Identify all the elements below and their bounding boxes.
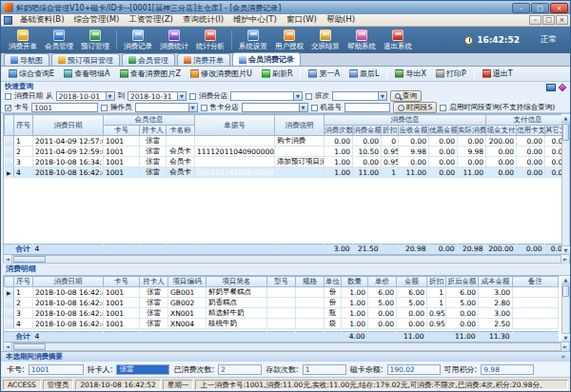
sale-store-combo[interactable]: ▼ [242, 103, 308, 112]
menu-item-window[interactable]: 窗口(W) [282, 14, 322, 26]
edit-photo-button[interactable]: 修改消费图片U [187, 68, 256, 80]
table-cell[interactable]: 奶香糕点 [207, 298, 267, 308]
table-cell[interactable]: 0.00 [545, 147, 561, 157]
row-selector[interactable] [5, 157, 14, 167]
scroll-right-icon[interactable]: ► [561, 343, 569, 351]
store-filter-checkbox[interactable] [189, 93, 196, 100]
mdi-restore-button[interactable]: □ [542, 15, 555, 25]
gem-icon[interactable] [558, 83, 566, 91]
toolbar-button-shift[interactable]: 交班结算 [307, 29, 344, 52]
table-cell[interactable]: 0.00 [399, 136, 429, 147]
refresh-button[interactable]: 刷新R [258, 68, 297, 80]
table-cell[interactable]: 2018-10-08 16:42:47 [33, 298, 104, 308]
table-cell[interactable]: 1.00 [342, 287, 368, 298]
table-cell[interactable]: 5.00 [368, 298, 397, 308]
table-cell[interactable]: 0.00 [368, 308, 397, 319]
menu-item-management[interactable]: 综合管理(M) [69, 14, 124, 26]
toolbar-button-settings[interactable]: 系统设置 [235, 29, 271, 52]
chevron-down-icon[interactable]: ▼ [299, 104, 307, 111]
table-cell[interactable] [513, 287, 559, 298]
table-cell[interactable]: 0.00 [399, 157, 429, 167]
table-cell[interactable] [513, 298, 559, 308]
menu-item-base-data[interactable]: 基础资料(B) [15, 14, 69, 26]
scroll-down-icon[interactable]: ▼ [561, 245, 570, 254]
table-cell[interactable]: 3.00 [479, 287, 513, 298]
table-cell[interactable]: 鲜奶早餐糕点 [207, 287, 267, 298]
chevron-down-icon[interactable]: ▼ [378, 92, 386, 100]
table-cell[interactable]: 0.00 [397, 319, 427, 329]
menu-item-query-stats[interactable]: 查询统计(I) [178, 14, 228, 26]
table-cell[interactable]: 1.00 [325, 167, 353, 178]
table-cell[interactable]: 张雷 [140, 298, 168, 308]
title-bar[interactable]: 鲜奶吧综合管理V10+磁卡/ID卡--[0001[晨神三分店]主仓库] - [会… [1, 1, 570, 14]
table-cell[interactable]: 4 [14, 167, 33, 178]
table-cell[interactable]: 6.00 [368, 287, 397, 298]
table-cell[interactable]: 0.00 [429, 136, 458, 147]
table-cell[interactable]: 5.00 [446, 298, 479, 308]
menu-item-maintenance[interactable]: 维护中心(T) [228, 14, 282, 26]
table-cell[interactable]: 00012018100800000002 [195, 167, 275, 178]
table-cell[interactable]: 会员卡 [167, 157, 195, 167]
table-cell[interactable]: 瓶 [325, 308, 342, 319]
table-cell[interactable] [296, 308, 325, 319]
store-combo[interactable]: ▼ [230, 91, 303, 101]
toolbar-button-authorize[interactable]: 用户授权 [271, 29, 307, 52]
table-cell[interactable]: 1.00 [342, 298, 368, 308]
table-cell[interactable]: 1001 [104, 167, 140, 178]
table-cell[interactable]: 1 [382, 167, 399, 178]
table-cell[interactable]: 11.00 [399, 167, 429, 178]
table-cell[interactable]: 0.00 [397, 308, 427, 319]
table-cell[interactable]: 10.50 [353, 147, 382, 157]
table-cell[interactable] [275, 167, 325, 178]
table-cell[interactable] [267, 298, 296, 308]
machine-filter-checkbox[interactable] [311, 105, 318, 111]
table-cell[interactable]: 1.00 [325, 157, 353, 167]
row-selector[interactable] [5, 308, 14, 319]
table-cell[interactable]: 3.00 [479, 308, 513, 319]
tab-navigation[interactable]: 导航图 [4, 53, 49, 66]
table-cell[interactable]: 张雷 [140, 308, 168, 319]
table-cell[interactable]: 核桃牛奶 [207, 319, 267, 329]
table-cell[interactable]: 0.95 [427, 308, 446, 319]
table-cell[interactable]: 11.00 [353, 167, 382, 178]
table-cell[interactable]: 1001 [104, 319, 140, 329]
table-cell[interactable] [167, 136, 195, 147]
scrollbar-thumb[interactable] [13, 256, 46, 263]
table-cell[interactable]: 11112011040900000036 [195, 147, 275, 157]
menu-item-help[interactable]: 帮助(H) [322, 14, 360, 26]
scrollbar-thumb[interactable] [13, 343, 46, 350]
row-selector[interactable]: ▶ [5, 167, 14, 178]
table-cell[interactable]: 9.98 [399, 147, 429, 157]
scrollbar-thumb[interactable] [562, 285, 569, 297]
tab-member-management[interactable]: 会员管理 [122, 53, 175, 66]
toolbar-button-open-bill[interactable]: 消费开单 [5, 29, 41, 52]
table-cell[interactable]: 11.00 [458, 167, 486, 178]
table-cell[interactable]: 2018-10-08 16:42:47 [33, 308, 104, 319]
table-cell[interactable]: 张雷 [140, 157, 167, 167]
table-cell[interactable]: 0.00 [545, 136, 561, 147]
table-cell[interactable]: 张雷 [140, 319, 168, 329]
table-cell[interactable]: 1001 [104, 287, 140, 298]
vertical-scrollbar[interactable]: ▲ ▼ [561, 113, 570, 255]
toolbar-button-stats[interactable]: 消费统计 [156, 29, 192, 52]
row-selector[interactable] [5, 147, 14, 157]
table-cell[interactable]: 袋 [325, 319, 342, 329]
table-cell[interactable]: GB002 [168, 298, 207, 308]
table-cell[interactable] [296, 287, 325, 298]
close-button[interactable]: × [550, 3, 568, 13]
scroll-left-icon[interactable]: ◄ [4, 255, 12, 264]
table-row[interactable]: 32018-10-08 16:42:471001张雷XN001精选鲜牛奶瓶1.0… [5, 308, 559, 319]
exit-button[interactable]: 退出T [479, 68, 517, 80]
query-button[interactable]: 查询 [390, 90, 422, 102]
table-cell[interactable]: 200.00 [486, 136, 517, 147]
vertical-scrollbar[interactable]: ▲ ▼ [561, 275, 570, 343]
collapse-icon[interactable]: « [561, 353, 565, 361]
row-selector[interactable] [5, 319, 14, 329]
chevron-down-icon[interactable]: ▼ [106, 92, 114, 100]
date-from-combo[interactable]: 2018-10-01▼ [56, 91, 115, 101]
table-cell[interactable]: 0.00 [353, 157, 382, 167]
minimize-button[interactable]: – [512, 3, 530, 13]
table-cell[interactable]: 2018-10-08 16:42:47 [33, 167, 104, 178]
table-cell[interactable]: 1 [427, 287, 446, 298]
table-cell[interactable]: 0.00 [545, 167, 561, 178]
